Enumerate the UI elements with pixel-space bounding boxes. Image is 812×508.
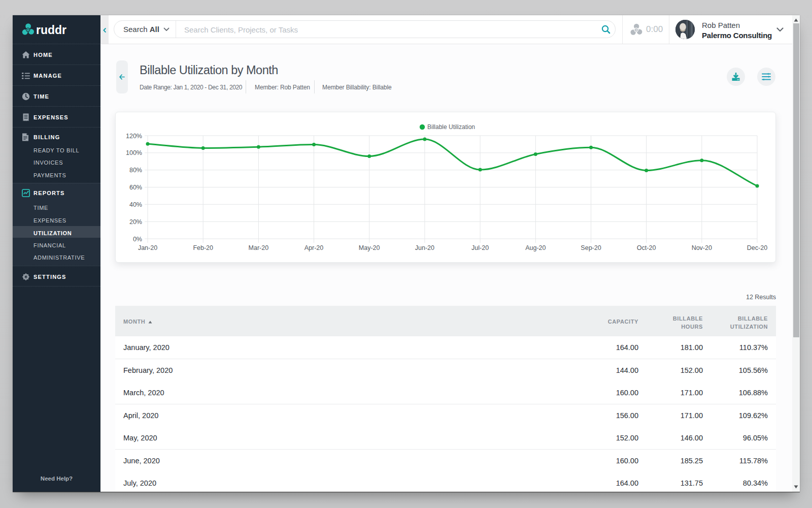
svg-text:ruddr: ruddr (36, 23, 66, 37)
svg-text:Apr-20: Apr-20 (304, 244, 324, 251)
svg-text:Sep-20: Sep-20 (581, 244, 601, 251)
svg-text:Mar-20: Mar-20 (249, 244, 269, 251)
svg-text:20%: 20% (129, 218, 142, 226)
svg-text:May-20: May-20 (359, 244, 380, 251)
svg-text:0%: 0% (133, 236, 142, 243)
svg-text:Oct-20: Oct-20 (637, 244, 656, 251)
svg-text:Dec-20: Dec-20 (747, 244, 767, 251)
svg-text:Nov-20: Nov-20 (692, 244, 712, 251)
svg-text:Jan-20: Jan-20 (138, 244, 157, 251)
svg-text:Jun-20: Jun-20 (415, 244, 434, 251)
svg-text:Billable Utilization: Billable Utilization (427, 123, 475, 131)
svg-text:80%: 80% (129, 167, 142, 174)
svg-text:100%: 100% (126, 149, 142, 156)
svg-text:40%: 40% (129, 201, 142, 208)
svg-text:Jul-20: Jul-20 (471, 244, 489, 251)
svg-text:60%: 60% (129, 184, 142, 191)
svg-text:120%: 120% (126, 133, 142, 140)
svg-text:Aug-20: Aug-20 (525, 244, 546, 251)
svg-text:Feb-20: Feb-20 (193, 244, 213, 251)
